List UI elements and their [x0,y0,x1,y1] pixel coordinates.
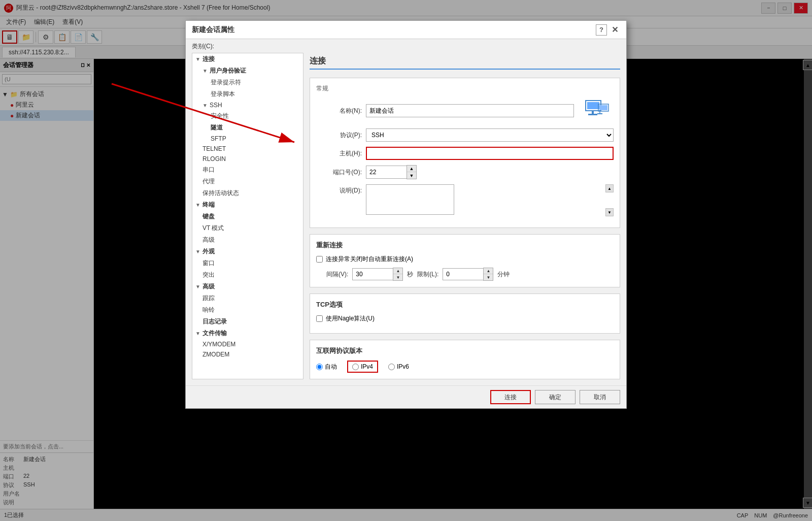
dialog-footer: 连接 确定 取消 [186,385,626,408]
cat-expand-ssh: ▼ [202,103,208,108]
ip-v4-radio[interactable] [352,364,359,370]
new-session-dialog: 新建会话属性 ? ✕ 类别(C): ▼ 连接 ▼ 用户身份验证 [185,20,627,409]
limit-increment[interactable]: ▲ [484,268,493,274]
connect-button[interactable]: 连接 [490,390,531,404]
port-decrement-button[interactable]: ▼ [407,172,416,179]
cat-ssh[interactable]: ▼ SSH [192,100,303,110]
cat-logging-label: 日志记录 [202,317,227,326]
interval-spinner-group: ▲ ▼ [352,268,403,281]
cat-login-script[interactable]: 登录脚本 [192,88,303,100]
cat-expand-file-transfer: ▼ [195,331,200,336]
form-row-name: 名称(N): [316,98,614,123]
ip-v6-radio[interactable] [388,364,395,370]
cat-keyboard[interactable]: 键盘 [192,211,303,222]
dialog-help-button[interactable]: ? [596,24,607,36]
cat-user-auth[interactable]: ▼ 用户身份验证 [192,65,303,77]
cat-connection[interactable]: ▼ 连接 [192,53,303,65]
svg-rect-3 [588,114,597,115]
desc-input[interactable] [366,184,454,215]
window: 阿 阿里云 - root@iZf8zivv82dbpkhemwnnghZ:/an… [0,0,812,521]
port-label: 端口号(O): [316,168,362,177]
interval-increment[interactable]: ▲ [393,268,402,274]
ip-v4-option[interactable]: IPv4 [347,361,378,373]
host-input[interactable] [366,147,614,160]
ip-radio-row: 自动 IPv4 IPv6 [316,361,614,373]
seconds-label: 秒 [407,270,413,279]
cat-file-transfer[interactable]: ▼ 文件传输 [192,328,303,339]
ip-v4-label: IPv4 [361,363,373,370]
ip-v6-option[interactable]: IPv6 [388,363,409,370]
cat-expand-connection: ▼ [195,56,200,62]
general-label: 常规 [316,84,614,93]
cat-keepalive[interactable]: 保持活动状态 [192,187,303,199]
ip-title: 互联网协议版本 [316,346,614,355]
auto-reconnect-row: 连接异常关闭时自动重新连接(A) [316,255,614,264]
dialog-body: ▼ 连接 ▼ 用户身份验证 登录提示符 登录脚本 ▼ S [186,53,626,385]
nagle-checkbox[interactable] [316,315,323,322]
port-spinner: ▲ ▼ [407,165,417,179]
cat-terminal-label: 终端 [202,201,215,209]
cat-xymodem[interactable]: X/YMODEM [192,339,303,349]
auto-reconnect-label: 连接异常关闭时自动重新连接(A) [326,255,413,264]
network-icon [583,98,614,123]
cat-logging[interactable]: 日志记录 [192,316,303,328]
protocol-select[interactable]: SSH TELNET RLOGIN SFTP SERIAL [366,128,614,142]
ip-auto-label: 自动 [325,363,337,371]
auto-reconnect-checkbox[interactable] [316,256,323,263]
port-increment-button[interactable]: ▲ [407,166,416,172]
ip-auto-option[interactable]: 自动 [316,363,337,371]
cat-zmodem[interactable]: ZMODEM [192,349,303,360]
interval-label: 间隔(V): [326,270,348,279]
cat-bell-label: 响铃 [202,306,215,314]
cat-terminal[interactable]: ▼ 终端 [192,199,303,211]
port-input[interactable] [366,166,407,179]
limit-spinner-group: ▲ ▼ [443,268,493,281]
cat-login-prompt[interactable]: 登录提示符 [192,77,303,88]
cat-window[interactable]: 窗口 [192,257,303,269]
cat-telnet[interactable]: TELNET [192,144,303,154]
cat-bell[interactable]: 响铃 [192,304,303,316]
cat-appearance[interactable]: ▼ 外观 [192,246,303,257]
limit-decrement[interactable]: ▼ [484,274,493,280]
name-input[interactable] [366,104,574,117]
ip-version-section: 互联网协议版本 自动 IPv4 [310,340,620,379]
cat-security[interactable]: 安全性 [192,110,303,122]
limit-input[interactable] [443,268,483,280]
interval-decrement[interactable]: ▼ [393,274,402,280]
dialog-titlebar: 新建会话属性 ? ✕ [186,21,626,39]
cat-serial[interactable]: 串口 [192,164,303,176]
ip-auto-radio[interactable] [316,364,323,370]
form-row-protocol: 协议(P): SSH TELNET RLOGIN SFTP SERIAL [316,128,614,142]
host-label: 主机(H): [316,149,362,158]
cat-tunnel-label: 隧道 [211,123,223,132]
category-label: 类别(C): [186,39,626,53]
cat-vt-mode[interactable]: VT 模式 [192,222,303,234]
dialog-close-button[interactable]: ✕ [609,24,620,36]
nagle-label: 使用Nagle算法(U) [326,314,375,323]
ok-button[interactable]: 确定 [535,390,576,404]
cat-trace[interactable]: 跟踪 [192,292,303,304]
dialog-overlay: 新建会话属性 ? ✕ 类别(C): ▼ 连接 ▼ 用户身份验证 [0,0,812,521]
category-tree: ▼ 连接 ▼ 用户身份验证 登录提示符 登录脚本 ▼ S [192,53,303,379]
cat-file-transfer-label: 文件传输 [202,329,227,338]
cat-proxy[interactable]: 代理 [192,176,303,187]
cat-vt-mode-label: VT 模式 [202,224,224,233]
cat-highlight[interactable]: 突出 [192,269,303,281]
cancel-button[interactable]: 取消 [580,390,620,404]
cat-tunnel[interactable]: 隧道 [192,122,303,134]
cat-proxy-label: 代理 [202,177,215,186]
cat-rlogin[interactable]: RLOGIN [192,154,303,164]
cat-rlogin-label: RLOGIN [202,155,226,162]
interval-input[interactable] [352,268,393,280]
cat-advanced-label: 高级 [202,282,215,291]
desc-scroll-down[interactable]: ▼ [605,208,614,216]
minutes-label: 分钟 [497,270,510,279]
desc-scroll-up[interactable]: ▲ [605,184,614,192]
cat-advanced-terminal[interactable]: 高级 [192,234,303,246]
reconnect-section: 重新连接 连接异常关闭时自动重新连接(A) 间隔(V): ▲ ▼ [310,234,620,287]
cat-sftp[interactable]: SFTP [192,134,303,144]
reconnect-title: 重新连接 [316,241,614,250]
limit-spinner-arrows: ▲ ▼ [483,268,493,281]
cat-expand-appearance: ▼ [195,249,200,254]
cat-advanced[interactable]: ▼ 高级 [192,281,303,292]
